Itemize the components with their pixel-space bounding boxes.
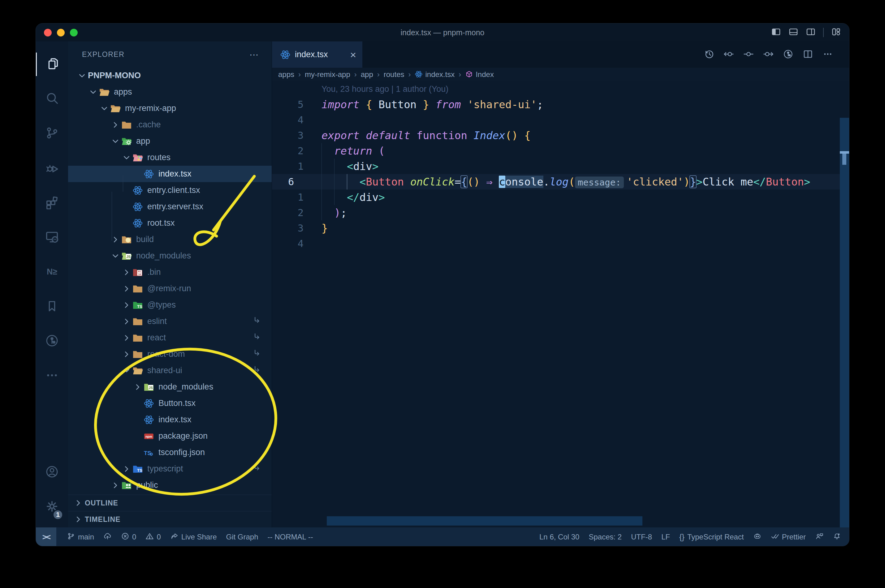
status-0[interactable]: 0 [121, 532, 136, 542]
status-copilot[interactable] [753, 532, 762, 542]
activitybar-settings[interactable]: 1 [36, 490, 68, 524]
status-0[interactable]: 0 [146, 532, 161, 542]
status-feedback[interactable] [815, 532, 823, 542]
activitybar-account[interactable] [36, 455, 68, 490]
close-tab-icon[interactable]: × [350, 50, 356, 60]
history-icon[interactable] [704, 49, 714, 61]
layout-sidebar-right-icon[interactable] [806, 27, 816, 38]
explorer-more-actions-icon[interactable]: ⋯ [250, 49, 259, 60]
editor-actions [704, 41, 833, 68]
indent-guide [334, 159, 334, 205]
breadcrumb-item-my-remix-app[interactable]: my-remix-app [305, 70, 350, 79]
tree-item-public[interactable]: public [68, 477, 272, 494]
tree-item-eslint[interactable]: eslint [68, 313, 272, 330]
chevron-right-icon [121, 463, 132, 475]
activitybar-bookmarks[interactable] [36, 290, 68, 324]
sidebar-section-outline[interactable]: OUTLINE [68, 495, 272, 511]
tree-item-.bin[interactable]: 0110.bin [68, 264, 272, 280]
compare-next-icon[interactable] [763, 49, 774, 61]
tree-item-Button.tsx[interactable]: Button.tsx [68, 395, 272, 411]
tree-item-root.tsx[interactable]: root.tsx [68, 215, 272, 231]
tree-item-build[interactable]: build [68, 231, 272, 248]
tree-item-node_modules[interactable]: JSnode_modules [68, 379, 272, 395]
status-live-share[interactable]: Live Share [170, 532, 217, 542]
tree-item-index.tsx[interactable]: index.tsx [68, 166, 272, 182]
tree-item-package.json[interactable]: npmpackage.json [68, 428, 272, 444]
layout-sidebar-left-icon[interactable] [771, 27, 781, 38]
tree-item-PNPM-MONO[interactable]: PNPM-MONO [68, 68, 272, 84]
layout-grid-icon[interactable] [831, 27, 841, 38]
tree-item-node_modules[interactable]: JSnode_modules [68, 248, 272, 264]
status-label: UTF-8 [631, 532, 652, 542]
svg-text:JS: JS [126, 254, 131, 258]
activitybar-source-control[interactable] [36, 116, 68, 151]
tree-item-routes[interactable]: routes [68, 149, 272, 166]
close-window-button[interactable] [44, 29, 52, 36]
breadcrumb-item-routes[interactable]: routes [384, 70, 405, 79]
compare-previous-icon[interactable] [724, 49, 734, 61]
split-editor-icon[interactable] [803, 49, 813, 61]
tree-item-entry.server.tsx[interactable]: entry.server.tsx [68, 198, 272, 215]
symlink-arrow-icon [253, 365, 261, 376]
activitybar-remote-explorer[interactable]: >< [36, 220, 68, 255]
tree-item-tsconfig.json[interactable]: TStsconfig.json [68, 444, 272, 460]
activitybar-git-graph[interactable] [36, 324, 68, 358]
breadcrumb-item-apps[interactable]: apps [278, 70, 294, 79]
horizontal-scrollbar[interactable] [327, 516, 643, 525]
tree-item-label: public [136, 480, 158, 490]
activitybar-extensions[interactable] [36, 186, 68, 220]
breadcrumb-item-index.tsx[interactable]: index.tsx [415, 70, 455, 79]
minimize-window-button[interactable] [57, 29, 65, 36]
tree-item-@remix-run[interactable]: @remix-run [68, 280, 272, 297]
folder-icon [121, 234, 132, 245]
activitybar-search[interactable] [36, 82, 68, 116]
line-number: 4 [272, 236, 322, 251]
code-editor[interactable]: You, 23 hours ago | 1 author (You) 5impo… [272, 81, 849, 527]
tree-item-my-remix-app[interactable]: my-remix-app [68, 100, 272, 117]
compare-current-icon[interactable] [743, 49, 754, 61]
activitybar-explorer[interactable] [36, 47, 68, 82]
status-prettier[interactable]: Prettier [771, 532, 806, 542]
status-utf-8[interactable]: UTF-8 [631, 532, 652, 542]
tree-item-index.tsx[interactable]: index.tsx [68, 411, 272, 428]
zoom-window-button[interactable] [70, 29, 78, 36]
chevron-right-icon [121, 267, 132, 278]
tree-item-app[interactable]: app [68, 133, 272, 149]
double-check-icon [771, 532, 779, 542]
vertical-scrollbar[interactable] [840, 118, 849, 527]
tab-index-tsx[interactable]: index.tsx × [272, 41, 362, 68]
more-ellipsis-icon[interactable] [822, 49, 833, 61]
sidebar-section-timeline[interactable]: TIMELINE [68, 511, 272, 527]
activitybar-more-ellipsis[interactable] [36, 358, 68, 393]
status-main[interactable]: main [67, 532, 94, 542]
code-line: 1 <div> [272, 159, 849, 174]
tree-item-entry.client.tsx[interactable]: entry.client.tsx [68, 182, 272, 198]
status-git-graph[interactable]: Git Graph [226, 532, 258, 542]
breadcrumb-item-app[interactable]: app [361, 70, 373, 79]
tree-item-.cache[interactable]: .cache [68, 117, 272, 133]
tree-item-label: routes [147, 153, 170, 162]
tree-item-shared-ui[interactable]: shared-ui [68, 362, 272, 379]
status-spaces-2[interactable]: Spaces: 2 [588, 532, 622, 542]
tree-item-react[interactable]: react [68, 330, 272, 346]
status-bell-dot[interactable] [833, 532, 841, 542]
status-normal[interactable]: -- NORMAL -- [268, 532, 313, 542]
tree-item-typescript[interactable]: TStypescript [68, 460, 272, 477]
breadcrumb-separator: › [459, 70, 461, 79]
activitybar-run-debug[interactable] [36, 151, 68, 186]
breadcrumb-label: my-remix-app [305, 70, 350, 79]
twisty-spacer [132, 414, 144, 426]
breadcrumb-item-Index[interactable]: Index [465, 70, 494, 79]
status-ln-6-col-30[interactable]: Ln 6, Col 30 [539, 532, 579, 542]
status-typescript-react[interactable]: {}TypeScript React [679, 532, 744, 542]
layout-panel-icon[interactable] [789, 27, 798, 38]
tree-item-react-dom[interactable]: react-dom [68, 346, 272, 362]
status-cloud-upload[interactable] [103, 532, 112, 542]
status-label: main [78, 532, 94, 542]
tree-item-@types[interactable]: TS@types [68, 297, 272, 313]
activitybar-nx-console[interactable]: N≥ [36, 255, 68, 290]
remote-indicator[interactable]: >< [36, 527, 56, 546]
git-graph-icon[interactable] [783, 49, 793, 61]
status-lf[interactable]: LF [661, 532, 670, 542]
tree-item-apps[interactable]: apps [68, 84, 272, 100]
